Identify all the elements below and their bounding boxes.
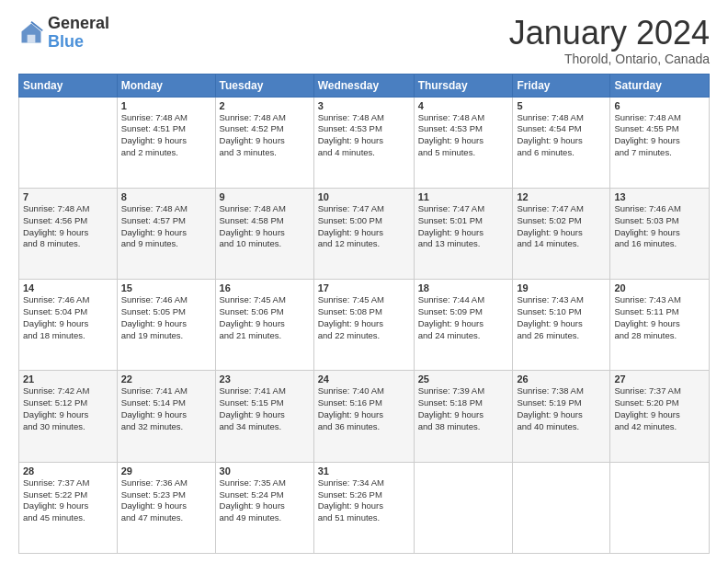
day-number: 30 <box>220 465 310 477</box>
day-number: 13 <box>614 191 705 202</box>
col-wednesday: Wednesday <box>313 74 414 97</box>
day-number: 8 <box>121 191 211 202</box>
day-number: 20 <box>614 282 705 293</box>
logo-blue-text: Blue <box>48 33 109 52</box>
day-info: Sunrise: 7:48 AM Sunset: 4:58 PM Dayligh… <box>220 203 310 250</box>
calendar-cell: 7Sunrise: 7:48 AM Sunset: 4:56 PM Daylig… <box>19 188 118 279</box>
logo-icon <box>18 20 44 46</box>
day-info: Sunrise: 7:45 AM Sunset: 5:06 PM Dayligh… <box>220 294 310 341</box>
day-number: 31 <box>318 465 410 477</box>
day-number: 24 <box>318 373 410 385</box>
day-info: Sunrise: 7:48 AM Sunset: 4:53 PM Dayligh… <box>318 112 410 159</box>
logo-general-text: General <box>48 15 109 33</box>
day-info: Sunrise: 7:47 AM Sunset: 5:00 PM Dayligh… <box>318 203 410 250</box>
day-number: 17 <box>318 282 410 293</box>
day-info: Sunrise: 7:48 AM Sunset: 4:54 PM Dayligh… <box>517 112 606 159</box>
day-info: Sunrise: 7:37 AM Sunset: 5:20 PM Dayligh… <box>614 385 705 432</box>
calendar-cell: 8Sunrise: 7:48 AM Sunset: 4:57 PM Daylig… <box>117 188 215 279</box>
day-number: 3 <box>318 100 410 111</box>
calendar-cell: 12Sunrise: 7:47 AM Sunset: 5:02 PM Dayli… <box>513 188 610 279</box>
title-block: January 2024 Thorold, Ontario, Canada <box>509 15 710 66</box>
day-number: 22 <box>121 373 211 385</box>
calendar-cell: 5Sunrise: 7:48 AM Sunset: 4:54 PM Daylig… <box>513 97 610 188</box>
calendar-week-5: 28Sunrise: 7:37 AM Sunset: 5:22 PM Dayli… <box>19 462 710 553</box>
calendar-cell: 16Sunrise: 7:45 AM Sunset: 5:06 PM Dayli… <box>215 280 313 371</box>
day-info: Sunrise: 7:45 AM Sunset: 5:08 PM Dayligh… <box>318 294 410 341</box>
day-number: 7 <box>23 191 113 202</box>
day-number: 14 <box>23 282 113 293</box>
calendar-cell <box>19 97 118 188</box>
day-info: Sunrise: 7:44 AM Sunset: 5:09 PM Dayligh… <box>418 294 509 341</box>
calendar-cell: 14Sunrise: 7:46 AM Sunset: 5:04 PM Dayli… <box>19 280 118 371</box>
col-monday: Monday <box>117 74 215 97</box>
day-info: Sunrise: 7:38 AM Sunset: 5:19 PM Dayligh… <box>517 385 606 432</box>
day-number: 1 <box>121 100 211 111</box>
calendar-cell: 21Sunrise: 7:42 AM Sunset: 5:12 PM Dayli… <box>19 371 118 462</box>
calendar-cell: 24Sunrise: 7:40 AM Sunset: 5:16 PM Dayli… <box>313 371 414 462</box>
col-friday: Friday <box>513 74 610 97</box>
header: General Blue January 2024 Thorold, Ontar… <box>18 15 710 66</box>
calendar-cell: 17Sunrise: 7:45 AM Sunset: 5:08 PM Dayli… <box>313 280 414 371</box>
day-info: Sunrise: 7:48 AM Sunset: 4:56 PM Dayligh… <box>23 203 113 250</box>
day-number: 2 <box>220 100 310 111</box>
logo: General Blue <box>18 15 109 52</box>
calendar-body: 1Sunrise: 7:48 AM Sunset: 4:51 PM Daylig… <box>19 97 710 553</box>
day-info: Sunrise: 7:46 AM Sunset: 5:04 PM Dayligh… <box>23 294 113 341</box>
day-info: Sunrise: 7:41 AM Sunset: 5:14 PM Dayligh… <box>121 385 211 432</box>
logo-text: General Blue <box>48 15 109 52</box>
calendar-cell <box>610 462 710 553</box>
calendar-cell <box>414 462 513 553</box>
day-info: Sunrise: 7:47 AM Sunset: 5:01 PM Dayligh… <box>418 203 509 250</box>
day-info: Sunrise: 7:39 AM Sunset: 5:18 PM Dayligh… <box>418 385 509 432</box>
calendar-week-1: 1Sunrise: 7:48 AM Sunset: 4:51 PM Daylig… <box>19 97 710 188</box>
calendar-table: Sunday Monday Tuesday Wednesday Thursday… <box>18 74 710 554</box>
calendar-week-2: 7Sunrise: 7:48 AM Sunset: 4:56 PM Daylig… <box>19 188 710 279</box>
day-info: Sunrise: 7:48 AM Sunset: 4:57 PM Dayligh… <box>121 203 211 250</box>
day-number: 9 <box>220 191 310 202</box>
day-info: Sunrise: 7:46 AM Sunset: 5:05 PM Dayligh… <box>121 294 211 341</box>
day-info: Sunrise: 7:47 AM Sunset: 5:02 PM Dayligh… <box>517 203 606 250</box>
calendar-cell: 9Sunrise: 7:48 AM Sunset: 4:58 PM Daylig… <box>215 188 313 279</box>
day-number: 27 <box>614 373 705 385</box>
day-number: 26 <box>517 373 606 385</box>
day-info: Sunrise: 7:36 AM Sunset: 5:23 PM Dayligh… <box>121 477 211 524</box>
day-number: 15 <box>121 282 211 293</box>
calendar-cell: 29Sunrise: 7:36 AM Sunset: 5:23 PM Dayli… <box>117 462 215 553</box>
day-number: 25 <box>418 373 509 385</box>
location: Thorold, Ontario, Canada <box>509 52 710 66</box>
calendar-week-3: 14Sunrise: 7:46 AM Sunset: 5:04 PM Dayli… <box>19 280 710 371</box>
col-tuesday: Tuesday <box>215 74 313 97</box>
calendar-cell: 22Sunrise: 7:41 AM Sunset: 5:14 PM Dayli… <box>117 371 215 462</box>
day-info: Sunrise: 7:48 AM Sunset: 4:53 PM Dayligh… <box>418 112 509 159</box>
calendar-cell <box>513 462 610 553</box>
calendar-week-4: 21Sunrise: 7:42 AM Sunset: 5:12 PM Dayli… <box>19 371 710 462</box>
day-info: Sunrise: 7:42 AM Sunset: 5:12 PM Dayligh… <box>23 385 113 432</box>
day-number: 5 <box>517 100 606 111</box>
day-info: Sunrise: 7:43 AM Sunset: 5:10 PM Dayligh… <box>517 294 606 341</box>
day-info: Sunrise: 7:48 AM Sunset: 4:51 PM Dayligh… <box>121 112 211 159</box>
day-info: Sunrise: 7:46 AM Sunset: 5:03 PM Dayligh… <box>614 203 705 250</box>
day-number: 23 <box>220 373 310 385</box>
day-info: Sunrise: 7:34 AM Sunset: 5:26 PM Dayligh… <box>318 477 410 524</box>
day-number: 10 <box>318 191 410 202</box>
calendar-cell: 4Sunrise: 7:48 AM Sunset: 4:53 PM Daylig… <box>414 97 513 188</box>
col-sunday: Sunday <box>19 74 118 97</box>
calendar-cell: 2Sunrise: 7:48 AM Sunset: 4:52 PM Daylig… <box>215 97 313 188</box>
col-saturday: Saturday <box>610 74 710 97</box>
calendar-cell: 27Sunrise: 7:37 AM Sunset: 5:20 PM Dayli… <box>610 371 710 462</box>
calendar-cell: 26Sunrise: 7:38 AM Sunset: 5:19 PM Dayli… <box>513 371 610 462</box>
day-info: Sunrise: 7:48 AM Sunset: 4:52 PM Dayligh… <box>220 112 310 159</box>
day-number: 4 <box>418 100 509 111</box>
calendar-cell: 1Sunrise: 7:48 AM Sunset: 4:51 PM Daylig… <box>117 97 215 188</box>
day-number: 19 <box>517 282 606 293</box>
day-number: 29 <box>121 465 211 477</box>
calendar-cell: 31Sunrise: 7:34 AM Sunset: 5:26 PM Dayli… <box>313 462 414 553</box>
calendar-cell: 25Sunrise: 7:39 AM Sunset: 5:18 PM Dayli… <box>414 371 513 462</box>
calendar-cell: 30Sunrise: 7:35 AM Sunset: 5:24 PM Dayli… <box>215 462 313 553</box>
calendar-cell: 10Sunrise: 7:47 AM Sunset: 5:00 PM Dayli… <box>313 188 414 279</box>
calendar-cell: 28Sunrise: 7:37 AM Sunset: 5:22 PM Dayli… <box>19 462 118 553</box>
calendar-cell: 13Sunrise: 7:46 AM Sunset: 5:03 PM Dayli… <box>610 188 710 279</box>
day-number: 18 <box>418 282 509 293</box>
calendar-cell: 18Sunrise: 7:44 AM Sunset: 5:09 PM Dayli… <box>414 280 513 371</box>
calendar-cell: 3Sunrise: 7:48 AM Sunset: 4:53 PM Daylig… <box>313 97 414 188</box>
